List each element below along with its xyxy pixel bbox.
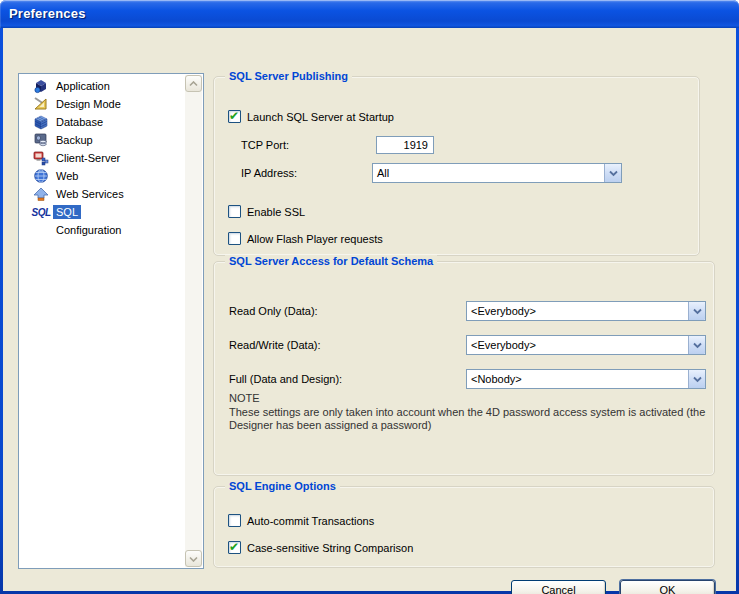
checkbox-label: Launch SQL Server at Startup: [247, 111, 394, 123]
client-server-icon: [33, 150, 49, 166]
blank-icon: [33, 222, 49, 238]
sidebar-item-database[interactable]: Database: [33, 113, 106, 131]
sidebar-item-configuration[interactable]: Configuration: [33, 221, 124, 239]
sidebar-item-label: Configuration: [53, 223, 124, 237]
dialog-body: Application Design Mode: [3, 28, 736, 591]
sidebar-item-label: Client-Server: [53, 151, 123, 165]
preferences-window: Preferences Application: [0, 0, 739, 594]
backup-icon: [33, 132, 49, 148]
scroll-up-button[interactable]: [185, 75, 202, 92]
checkbox-label: Case-sensitive String Comparison: [247, 542, 413, 554]
sidebar-item-label: Design Mode: [53, 97, 124, 111]
checkbox-label: Auto-commit Transactions: [247, 515, 374, 527]
chevron-down-icon[interactable]: [688, 336, 705, 354]
web-icon: [33, 168, 49, 184]
tcp-port-input[interactable]: [376, 136, 434, 154]
sidebar-item-label: SQL: [53, 205, 81, 219]
auto-commit-checkbox[interactable]: [228, 514, 241, 527]
full-access-select[interactable]: <Nobody>: [466, 369, 706, 389]
enable-ssl-row: Enable SSL: [228, 205, 305, 218]
chevron-down-icon[interactable]: [688, 302, 705, 320]
allow-flash-checkbox[interactable]: [228, 232, 241, 245]
checkbox-label: Allow Flash Player requests: [247, 233, 383, 245]
sidebar-item-label: Backup: [53, 133, 96, 147]
titlebar[interactable]: Preferences: [0, 0, 739, 28]
read-write-select[interactable]: <Everybody>: [466, 335, 706, 355]
full-access-label: Full (Data and Design):: [229, 373, 342, 385]
sidebar-item-sql[interactable]: SQL SQL: [33, 203, 81, 221]
sidebar-item-web-services[interactable]: Web Services: [33, 185, 127, 203]
sidebar-item-label: Application: [53, 79, 113, 93]
read-only-label: Read Only (Data):: [229, 305, 318, 317]
read-only-select[interactable]: <Everybody>: [466, 301, 706, 321]
tree-scrollbar[interactable]: [185, 75, 202, 567]
design-mode-icon: [33, 96, 49, 112]
chevron-down-icon[interactable]: [688, 370, 705, 388]
auto-commit-row: Auto-commit Transactions: [228, 514, 374, 527]
launch-sql-checkbox[interactable]: [228, 110, 241, 123]
sidebar-item-application[interactable]: Application: [33, 77, 113, 95]
launch-sql-row: Launch SQL Server at Startup: [228, 110, 394, 123]
sidebar-item-label: Web Services: [53, 187, 127, 201]
sidebar-item-design-mode[interactable]: Design Mode: [33, 95, 124, 113]
group-title: SQL Engine Options: [225, 480, 340, 492]
sql-engine-options-group: SQL Engine Options Auto-commit Transacti…: [213, 486, 715, 568]
case-sensitive-row: Case-sensitive String Comparison: [228, 541, 413, 554]
window-title: Preferences: [9, 6, 86, 21]
sidebar-item-web[interactable]: Web: [33, 167, 81, 185]
allow-flash-row: Allow Flash Player requests: [228, 232, 383, 245]
sql-server-access-group: SQL Server Access for Default Schema Rea…: [213, 261, 715, 476]
case-sensitive-checkbox[interactable]: [228, 541, 241, 554]
note-title: NOTE: [229, 392, 260, 404]
group-title: SQL Server Access for Default Schema: [225, 255, 437, 267]
ip-address-select[interactable]: All: [372, 163, 622, 183]
tcp-port-label: TCP Port:: [241, 139, 289, 151]
sidebar-item-backup[interactable]: Backup: [33, 131, 96, 149]
database-icon: [33, 114, 49, 130]
group-title: SQL Server Publishing: [225, 70, 352, 82]
chevron-down-icon[interactable]: [604, 164, 621, 182]
checkbox-label: Enable SSL: [247, 206, 305, 218]
ip-address-label: IP Address:: [241, 167, 297, 179]
sidebar-item-label: Database: [53, 115, 106, 129]
sidebar-tree: Application Design Mode: [18, 73, 204, 569]
note-text: These settings are only taken into accou…: [229, 406, 726, 432]
combo-value: <Everybody>: [467, 305, 688, 317]
scroll-down-button[interactable]: [185, 550, 202, 567]
combo-value: <Everybody>: [467, 339, 688, 351]
enable-ssl-checkbox[interactable]: [228, 205, 241, 218]
combo-value: <Nobody>: [467, 373, 688, 385]
application-icon: [33, 78, 49, 94]
sql-server-publishing-group: SQL Server Publishing Launch SQL Server …: [213, 76, 700, 256]
sidebar-item-label: Web: [53, 169, 81, 183]
sql-icon: SQL: [33, 204, 49, 220]
read-write-label: Read/Write (Data):: [229, 339, 321, 351]
combo-value: All: [373, 167, 604, 179]
web-services-icon: [33, 186, 49, 202]
sidebar-item-client-server[interactable]: Client-Server: [33, 149, 123, 167]
cancel-button[interactable]: Cancel: [511, 580, 606, 594]
ok-button[interactable]: OK: [620, 580, 715, 594]
